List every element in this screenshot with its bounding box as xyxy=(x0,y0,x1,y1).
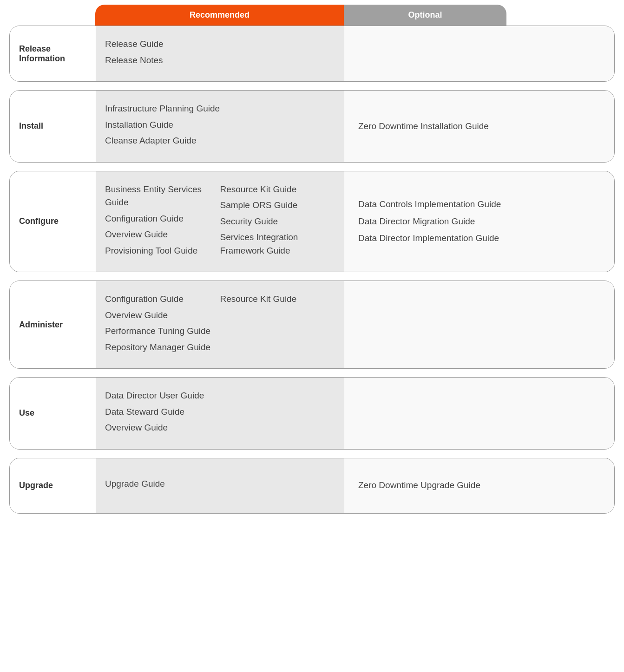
section-recommended-release-information: Release GuideRelease Notes xyxy=(96,26,344,81)
guide-item: Infrastructure Planning Guide xyxy=(105,102,330,116)
section-row-release-information: Release InformationRelease GuideRelease … xyxy=(9,26,615,82)
guide-item: Provisioning Tool Guide xyxy=(105,244,216,258)
guide-item: Installation Guide xyxy=(105,118,330,132)
section-optional-upgrade: Zero Downtime Upgrade Guide xyxy=(344,458,614,513)
section-row-upgrade: UpgradeUpgrade GuideZero Downtime Upgrad… xyxy=(9,458,615,514)
optional-guide-item: Data Controls Implementation Guide xyxy=(358,198,501,211)
section-label-install: Install xyxy=(10,91,96,162)
guide-item: Cleanse Adapter Guide xyxy=(105,134,330,148)
optional-guide-item: Zero Downtime Installation Guide xyxy=(358,120,489,133)
section-recommended-use: Data Director User GuideData Steward Gui… xyxy=(96,378,344,449)
guide-item: Data Steward Guide xyxy=(105,405,330,419)
optional-guide-item: Zero Downtime Upgrade Guide xyxy=(358,479,480,492)
guide-item: Repository Manager Guide xyxy=(105,341,216,354)
guide-item: Resource Kit Guide xyxy=(220,293,331,306)
recommended-header: Recommended xyxy=(95,5,344,26)
guide-item: Overview Guide xyxy=(105,421,330,435)
section-row-configure: ConfigureBusiness Entity Services GuideC… xyxy=(9,171,615,273)
section-optional-release-information xyxy=(344,26,614,81)
section-recommended-install: Infrastructure Planning GuideInstallatio… xyxy=(96,91,344,162)
optional-header: Optional xyxy=(344,5,506,26)
guide-item: Overview Guide xyxy=(105,309,216,322)
section-recommended-administer: Configuration GuideOverview GuidePerform… xyxy=(96,281,344,368)
optional-guide-item: Data Director Implementation Guide xyxy=(358,232,501,245)
section-label-configure: Configure xyxy=(10,171,96,272)
header-row: Recommended Optional xyxy=(95,5,615,26)
section-optional-configure: Data Controls Implementation GuideData D… xyxy=(344,171,614,272)
guide-item: Business Entity Services Guide xyxy=(105,183,216,209)
section-recommended-upgrade: Upgrade Guide xyxy=(96,458,344,513)
section-label-upgrade: Upgrade xyxy=(10,458,96,513)
guide-item: Data Director User Guide xyxy=(105,389,330,403)
guide-item: Release Notes xyxy=(105,54,330,67)
section-row-use: UseData Director User GuideData Steward … xyxy=(9,377,615,450)
guide-item: Overview Guide xyxy=(105,228,216,241)
section-label-release-information: Release Information xyxy=(10,26,96,81)
guide-item: Configuration Guide xyxy=(105,293,216,306)
section-label-use: Use xyxy=(10,378,96,449)
section-optional-install: Zero Downtime Installation Guide xyxy=(344,91,614,162)
section-row-install: InstallInfrastructure Planning GuideInst… xyxy=(9,90,615,163)
guide-item: Configuration Guide xyxy=(105,212,216,226)
guide-item: Performance Tuning Guide xyxy=(105,325,216,338)
section-label-administer: Administer xyxy=(10,281,96,368)
section-recommended-configure: Business Entity Services GuideConfigurat… xyxy=(96,171,344,272)
guide-item: Security Guide xyxy=(220,215,331,228)
guide-item: Release Guide xyxy=(105,38,330,51)
section-optional-administer xyxy=(344,281,614,368)
sections-container: Release InformationRelease GuideRelease … xyxy=(9,26,615,514)
section-row-administer: AdministerConfiguration GuideOverview Gu… xyxy=(9,281,615,369)
guide-item: Resource Kit Guide xyxy=(220,183,331,196)
guide-item: Services Integration Framework Guide xyxy=(220,231,331,257)
section-optional-use xyxy=(344,378,614,449)
guide-item: Sample ORS Guide xyxy=(220,199,331,212)
optional-guide-item: Data Director Migration Guide xyxy=(358,215,501,228)
guide-item: Upgrade Guide xyxy=(105,477,330,491)
